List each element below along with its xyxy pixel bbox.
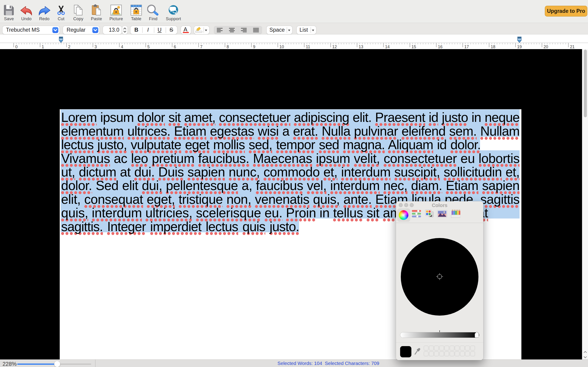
svg-text:5: 5 (147, 44, 150, 49)
svg-text:0: 0 (15, 44, 18, 49)
svg-text:21: 21 (570, 44, 575, 49)
svg-text:2: 2 (68, 44, 70, 49)
svg-text:10: 10 (280, 44, 284, 49)
svg-text:9: 9 (253, 44, 256, 49)
svg-text:3: 3 (95, 44, 97, 49)
svg-text:4: 4 (121, 44, 123, 49)
svg-text:12: 12 (332, 44, 337, 49)
svg-text:14: 14 (385, 44, 390, 49)
svg-text:15: 15 (412, 44, 416, 49)
svg-text:13: 13 (359, 44, 363, 49)
svg-text:7: 7 (200, 44, 203, 49)
svg-text:20: 20 (544, 44, 548, 49)
svg-text:16: 16 (438, 44, 443, 49)
svg-text:8: 8 (227, 44, 229, 49)
svg-text:18: 18 (491, 44, 495, 49)
svg-text:11: 11 (306, 44, 310, 49)
svg-text:19: 19 (517, 44, 522, 49)
svg-text:6: 6 (174, 44, 176, 49)
svg-text:1: 1 (42, 44, 44, 49)
svg-text:17: 17 (464, 44, 469, 49)
